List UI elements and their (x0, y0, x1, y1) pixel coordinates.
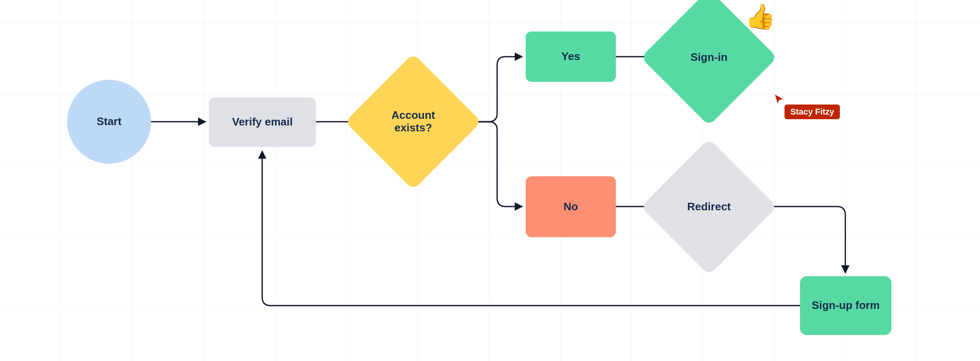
verify-email-process[interactable]: Verify email (209, 97, 316, 147)
start-terminator[interactable]: Start (67, 80, 151, 164)
signin-label: Sign-in (691, 51, 727, 64)
edge-account-to-no (465, 122, 522, 207)
signup-form-process[interactable]: Sign-up form (800, 276, 891, 335)
edge-account-to-yes (465, 57, 522, 122)
cursor-icon (774, 94, 785, 105)
verify-email-label: Verify email (227, 112, 298, 132)
collaborator-cursor: Stacy Fitzy (774, 94, 785, 105)
start-label: Start (91, 112, 126, 131)
yes-label: Yes (556, 47, 585, 66)
no-process[interactable]: No (526, 176, 616, 237)
redirect-decision[interactable]: Redirect (661, 159, 757, 255)
signup-form-label: Sign-up form (807, 296, 885, 315)
yes-process[interactable]: Yes (526, 31, 616, 82)
diagram-canvas[interactable]: Start Verify email Account exists? Yes N… (0, 0, 980, 361)
no-label: No (558, 197, 583, 217)
signin-decision[interactable]: Sign-in (661, 9, 757, 106)
redirect-label: Redirect (687, 201, 731, 213)
edge-redirect-to-signup (761, 207, 845, 273)
account-exists-label: Account exists? (380, 109, 447, 134)
account-exists-decision[interactable]: Account exists? (365, 73, 461, 170)
collaborator-name-tag: Stacy Fitzy (785, 105, 840, 119)
